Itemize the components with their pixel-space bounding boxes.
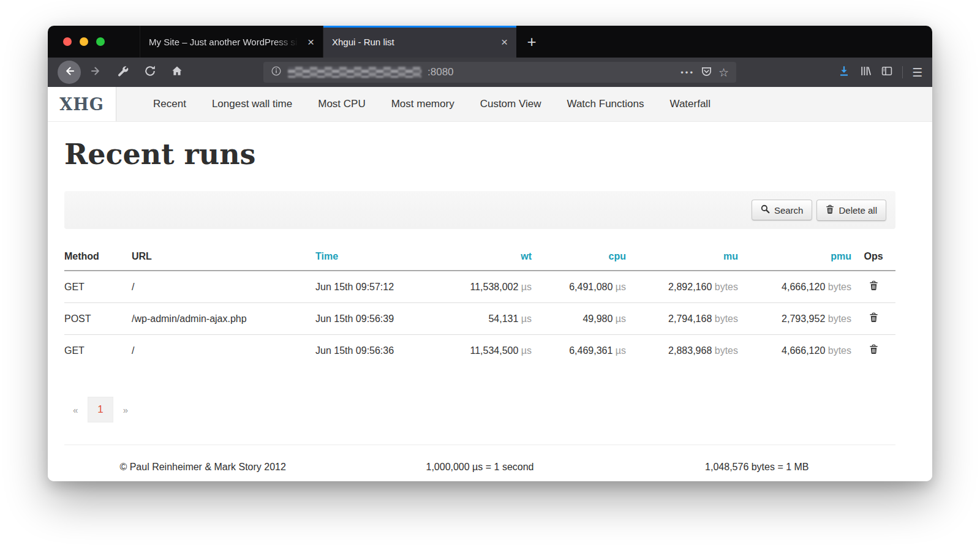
col-header-wt[interactable]: wt (432, 244, 532, 271)
col-header-url: URL (132, 244, 315, 271)
footer-bytes-legend: 1,048,576 bytes = 1 MB (619, 462, 895, 473)
col-header-method: Method (64, 244, 132, 271)
home-button[interactable] (168, 63, 186, 81)
unit-label: µs (616, 345, 626, 356)
run-mu: 2,883,968 bytes (626, 335, 738, 367)
library-icon[interactable] (859, 65, 872, 80)
col-header-time[interactable]: Time (315, 244, 432, 271)
url-port-text: :8080 (428, 66, 454, 78)
run-ops (851, 303, 895, 335)
delete-run-button[interactable] (869, 344, 878, 355)
delete-all-button-label: Delete all (839, 205, 877, 216)
unit-label: bytes (828, 345, 851, 356)
browser-window: My Site – Just another WordPress site × … (48, 26, 932, 481)
run-ops (851, 271, 895, 303)
tab-xhgui-run-list[interactable]: Xhgui - Run list × (323, 26, 516, 58)
run-wt: 11,534,500 µs (432, 335, 532, 367)
delete-run-button[interactable] (869, 312, 878, 323)
table-row: GET / Jun 15th 09:56:36 11,534,500 µs 6,… (64, 335, 895, 367)
search-button[interactable]: Search (752, 200, 813, 220)
sidebar-toggle-icon[interactable] (881, 65, 893, 80)
run-url-link[interactable]: /wp-admin/admin-ajax.php (132, 303, 315, 335)
unit-label: µs (521, 313, 532, 324)
trash-icon (869, 315, 878, 325)
run-method[interactable]: GET (64, 271, 132, 303)
tab-title: Xhgui - Run list (332, 37, 495, 47)
toolbar-right-icons: ☰ (838, 65, 922, 80)
unit-label: µs (521, 345, 532, 356)
run-time-link[interactable]: Jun 15th 09:56:39 (315, 303, 432, 335)
run-ops (851, 335, 895, 367)
col-header-ops: Ops (851, 244, 895, 271)
url-bar[interactable]: :8080 ••• ☆ (263, 62, 736, 83)
downloads-icon[interactable] (838, 65, 850, 80)
main-container: Recent runs Search Delete all (48, 138, 932, 473)
run-mu: 2,892,160 bytes (626, 271, 738, 303)
xhgui-logo[interactable]: XHG (48, 87, 116, 121)
tab-bar: My Site – Just another WordPress site × … (48, 26, 932, 58)
xhgui-navbar: XHG Recent Longest wall time Most CPU Mo… (48, 87, 932, 122)
nav-item-most-cpu[interactable]: Most CPU (318, 98, 365, 110)
unit-label: µs (616, 313, 626, 324)
reload-button[interactable] (141, 63, 159, 81)
nav-item-custom-view[interactable]: Custom View (480, 98, 541, 110)
nav-item-most-memory[interactable]: Most memory (391, 98, 454, 110)
pagination-current-page[interactable]: 1 (88, 397, 113, 422)
hamburger-menu-icon[interactable]: ☰ (912, 66, 922, 80)
delete-all-button[interactable]: Delete all (816, 200, 886, 221)
search-button-label: Search (774, 205, 804, 216)
col-header-pmu[interactable]: pmu (738, 244, 851, 271)
run-pmu: 4,666,120 bytes (738, 271, 851, 303)
unit-label: bytes (828, 282, 851, 292)
run-mu: 2,794,168 bytes (626, 303, 738, 335)
redacted-url (288, 67, 421, 78)
fullscreen-window-button[interactable] (96, 37, 105, 46)
table-row: GET / Jun 15th 09:57:12 11,538,002 µs 6,… (64, 271, 895, 303)
delete-run-button[interactable] (869, 280, 878, 291)
runs-table: Method URL Time wt cpu mu pmu Ops GET / (64, 244, 895, 366)
run-cpu: 6,469,361 µs (532, 335, 626, 367)
run-pmu: 2,793,952 bytes (738, 303, 851, 335)
footer-copyright: © Paul Reinheimer & Mark Story 2012 (64, 462, 341, 473)
pagination-prev-button[interactable]: « (73, 405, 78, 415)
nav-item-waterfall[interactable]: Waterfall (669, 98, 710, 110)
unit-label: bytes (715, 345, 738, 356)
new-tab-button[interactable]: + (516, 26, 547, 58)
pagination: « 1 » (73, 397, 895, 422)
col-header-mu[interactable]: mu (626, 244, 738, 271)
back-arrow-icon (63, 65, 75, 80)
reload-icon (144, 65, 156, 80)
run-url-link[interactable]: / (132, 271, 315, 303)
page-actions-icon[interactable]: ••• (680, 68, 695, 77)
wrench-icon (117, 65, 129, 80)
nav-item-watch-functions[interactable]: Watch Functions (567, 98, 644, 110)
trash-icon (826, 204, 834, 216)
run-time-link[interactable]: Jun 15th 09:57:12 (315, 271, 432, 303)
forward-button[interactable] (87, 63, 105, 81)
unit-label: bytes (715, 313, 738, 324)
close-icon[interactable]: × (307, 36, 314, 48)
run-url-link[interactable]: / (132, 335, 315, 367)
run-method[interactable]: GET (64, 335, 132, 367)
unit-label: bytes (828, 313, 851, 324)
run-cpu: 6,491,080 µs (532, 271, 626, 303)
tab-my-site[interactable]: My Site – Just another WordPress site × (140, 26, 323, 58)
close-window-button[interactable] (63, 37, 72, 46)
bookmark-star-icon[interactable]: ☆ (718, 66, 729, 80)
footer-time-legend: 1,000,000 µs = 1 second (341, 462, 618, 473)
minimize-window-button[interactable] (80, 37, 88, 46)
navbar-links: Recent Longest wall time Most CPU Most m… (116, 87, 710, 121)
pagination-next-button[interactable]: » (123, 405, 128, 415)
back-button[interactable] (58, 61, 81, 84)
forward-arrow-icon (90, 65, 102, 80)
nav-item-recent[interactable]: Recent (153, 98, 186, 110)
run-time-link[interactable]: Jun 15th 09:56:36 (315, 335, 432, 367)
close-icon[interactable]: × (501, 36, 508, 48)
site-info-icon[interactable] (271, 66, 282, 79)
developer-tools-button[interactable] (114, 63, 132, 81)
run-method[interactable]: POST (64, 303, 132, 335)
nav-item-longest-wall-time[interactable]: Longest wall time (212, 98, 292, 110)
col-header-cpu[interactable]: cpu (532, 244, 626, 271)
pocket-icon[interactable] (701, 66, 712, 80)
run-cpu: 49,980 µs (532, 303, 626, 335)
